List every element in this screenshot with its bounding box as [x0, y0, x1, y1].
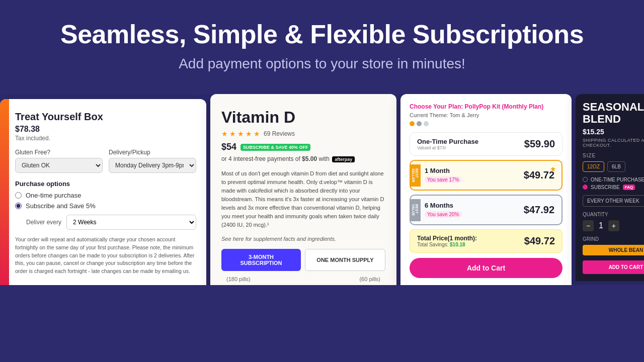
- purchase-onetime-label: ONE-TIME PURCHASE: [591, 177, 644, 183]
- card-1-content: Treat Yourself Box $78.38 Tax included. …: [15, 111, 196, 276]
- grind-buttons: WHOLE BEAN: [583, 245, 644, 255]
- stars-row: ★ ★ ★ ★ ★ 69 Reviews: [221, 130, 385, 138]
- size-12oz-btn[interactable]: 12OZ: [583, 161, 604, 172]
- quantity-label: QUANTITY: [583, 212, 644, 217]
- delivery-select[interactable]: Monday Delivery 3pm-9pm: [109, 158, 196, 173]
- delivery-select-row: EVERY OTHER WEEK ▾: [583, 195, 644, 207]
- star-2: ★: [229, 130, 236, 138]
- qty-row-dark: − 1 +: [583, 220, 644, 231]
- onetime-valued: Valued at $73!: [417, 145, 478, 150]
- gluten-select[interactable]: Gluten OK: [15, 158, 103, 173]
- card2-price: $54: [221, 142, 236, 152]
- star-3: ★: [237, 130, 244, 138]
- cards-area: Treat Yourself Box $78.38 Tax included. …: [0, 94, 644, 285]
- theme-value: Tom & Jerry: [450, 112, 479, 118]
- star-1: ★: [221, 130, 228, 138]
- size-buttons: 12OZ 6LB: [583, 161, 644, 172]
- hero-subtitle: Add payment options to your store in min…: [10, 56, 634, 72]
- subscribe-faq-badge[interactable]: FAQ: [623, 185, 635, 190]
- pills-3month: (180 pills): [226, 276, 251, 282]
- onetime-label: One-Time Purchase: [417, 138, 478, 145]
- purchase-type: ONE-TIME PURCHASE SUBSCRIBE FAQ: [583, 177, 644, 190]
- size-6lb-btn[interactable]: 6LB: [607, 161, 625, 172]
- delivery-frequency-btn[interactable]: EVERY OTHER WEEK ▾: [583, 195, 644, 207]
- deliver-every-label: Deliver every: [26, 219, 61, 226]
- shipping-note: SHIPPING CALCULATED AT CHECKOUT.: [583, 138, 644, 148]
- size-label: SIZE: [583, 153, 644, 158]
- card2-description: Most of us don't get enough vitamin D fr…: [221, 169, 385, 229]
- qty-plus-dark-btn[interactable]: +: [608, 220, 619, 231]
- purchase-subscribe-row: SUBSCRIBE FAQ: [583, 185, 644, 190]
- theme-label: Current Theme:: [410, 112, 448, 118]
- gluten-label: Gluten Free?: [15, 149, 103, 156]
- star-4: ★: [246, 130, 252, 138]
- total-row: Total Price(1 month): Total Savings: $10…: [417, 235, 555, 247]
- 6month-info: 6 Months You save 20%: [425, 202, 524, 218]
- radio-subscribe-input[interactable]: [15, 203, 22, 209]
- see-here-text: See here for supplement facts and ingred…: [221, 236, 385, 242]
- pollypop-add-to-cart-btn[interactable]: Add to Cart: [410, 258, 562, 278]
- total-box: Total Price(1 month): Total Savings: $10…: [410, 229, 562, 253]
- onetime-price: $59.90: [524, 138, 555, 150]
- btn-1month-supply[interactable]: ONE MONTH SUPPLY: [305, 249, 385, 271]
- delivery-label: EVERY OTHER WEEK: [587, 198, 639, 204]
- card-seasonal-blend: SEASONAL BLEND $15.25 SHIPPING CALCULATE…: [576, 94, 644, 281]
- radio-subscribe-circle: [583, 185, 588, 190]
- gluten-group: Gluten Free? Gluten OK: [15, 149, 103, 173]
- afterpay-with: with: [318, 155, 329, 162]
- option-1month[interactable]: BESTSELLER 1 Month You save 17% $49.72 ★: [410, 160, 562, 191]
- card1-note: Your order will repeat and automatically…: [15, 236, 196, 276]
- dot-1: [410, 121, 415, 126]
- afterpay-row: or 4 interest-free payments of $5.00 wit…: [221, 155, 385, 162]
- card-banner-decoration: [0, 99, 9, 285]
- 6month-price: $47.92: [524, 204, 554, 216]
- plan-star-icon: ★: [550, 165, 556, 173]
- dot-3: [424, 121, 429, 126]
- subscribe-badge: SUBSCRIBE & SAVE 40% OFF: [240, 144, 310, 151]
- radio-onetime-input[interactable]: [15, 192, 22, 199]
- radio-onetime-circle: [583, 177, 588, 182]
- card2-title: Vitamin D: [221, 108, 385, 127]
- radio-subscribe[interactable]: Subscribe and Save 5%: [15, 202, 196, 210]
- reviews-count: 69 Reviews: [264, 130, 295, 137]
- badge-best-seller: BESTSELLER: [410, 164, 421, 187]
- badge-best-value: BESTVALUE: [410, 199, 421, 221]
- afterpay-amount: $5.00: [302, 155, 317, 162]
- pills-1month: (60 pills): [359, 276, 380, 282]
- whole-bean-btn[interactable]: WHOLE BEAN: [583, 245, 644, 255]
- total-savings-label: Total Savings:: [417, 242, 448, 247]
- total-savings-amount: $10.18: [450, 242, 465, 247]
- radio-onetime[interactable]: One-time purchase: [15, 192, 196, 199]
- 1month-label: 1 Month: [425, 167, 524, 174]
- total-savings: Total Savings: $10.18: [417, 242, 477, 247]
- qty-minus-dark-btn[interactable]: −: [583, 220, 594, 231]
- total-labels: Total Price(1 month): Total Savings: $10…: [417, 235, 477, 247]
- delivery-label: Delivery/Pickup: [109, 149, 196, 156]
- hero-title: Seamless, Simple & Flexible Subscription…: [10, 20, 634, 49]
- deliver-row: Deliver every 2 Weeks: [26, 215, 196, 230]
- star-5: ★: [254, 130, 260, 138]
- card-vitamin-d: Vitamin D ★ ★ ★ ★ ★ 69 Reviews $54 SUBSC…: [210, 94, 396, 285]
- option-onetime[interactable]: One-Time Purchase Valued at $73! $59.90: [410, 132, 562, 156]
- plan-name: PollyPop Kit (Monthly Plan): [465, 103, 544, 110]
- delivery-group: Delivery/Pickup Monday Delivery 3pm-9pm: [109, 149, 196, 173]
- radio-onetime-label: One-time purchase: [26, 192, 82, 199]
- 6month-save: You save 20%: [425, 211, 462, 218]
- afterpay-text: or 4 interest-free payments of: [221, 155, 300, 162]
- qty-dark-value: 1: [599, 221, 603, 230]
- 6month-label: 6 Months: [425, 202, 524, 209]
- option-6month[interactable]: BESTVALUE 6 Months You save 20% $47.92: [410, 195, 562, 225]
- grind-label: GRIND: [583, 236, 644, 242]
- seasonal-price: $15.25: [583, 128, 644, 136]
- plan-title: Choose Your Plan: PollyPop Kit (Monthly …: [410, 103, 562, 110]
- purchase-options-label: Purchase options: [15, 180, 196, 188]
- btn-3month-subscription[interactable]: 3-MONTH SUBSCRIPTION: [221, 249, 301, 271]
- deliver-every-select[interactable]: 2 Weeks: [66, 215, 196, 230]
- card-treat-yourself: Treat Yourself Box $78.38 Tax included. …: [0, 99, 206, 285]
- total-label: Total Price(1 month):: [417, 235, 477, 242]
- theme-dots: [410, 121, 562, 126]
- radio-subscribe-label: Subscribe and Save 5%: [26, 202, 96, 210]
- 1month-info: 1 Month You save 17%: [425, 167, 524, 184]
- seasonal-add-to-cart-btn[interactable]: ADD TO CART: [583, 260, 644, 274]
- sub-buttons: 3-MONTH SUBSCRIPTION ONE MONTH SUPPLY: [221, 249, 385, 271]
